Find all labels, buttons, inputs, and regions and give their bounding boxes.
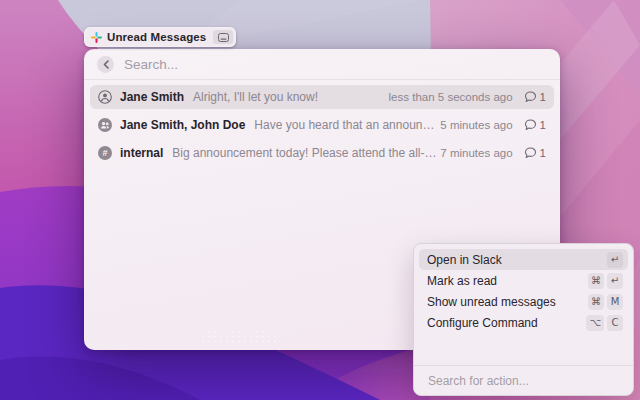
message-row[interactable]: # internal Big announcement today! Pleas… xyxy=(90,141,554,165)
actions-panel: Open in Slack ↵ Mark as read ⌘↵ Show unr… xyxy=(413,243,634,396)
action-shortcut: ⌘↵ xyxy=(588,273,623,289)
message-count: 1 xyxy=(524,147,546,159)
keyboard-icon xyxy=(218,33,229,42)
message-count: 1 xyxy=(524,91,546,103)
message-subtitle: Have you heard that an announcement is c… xyxy=(254,118,440,132)
chevron-left-icon xyxy=(103,60,109,69)
action-item[interactable]: Configure Command ⌥C xyxy=(419,312,628,333)
comment-count: 1 xyxy=(540,119,546,131)
message-timestamp: 5 minutes ago xyxy=(440,119,512,131)
action-item[interactable]: Mark as read ⌘↵ xyxy=(419,270,628,291)
message-row[interactable]: Jane Smith, John Doe Have you heard that… xyxy=(90,113,554,137)
actions-spacer xyxy=(419,333,628,365)
action-search-placeholder: Search for action... xyxy=(428,374,529,388)
keycap: C xyxy=(607,315,623,331)
action-item[interactable]: Show unread messages ⌘M xyxy=(419,291,628,312)
action-label: Open in Slack xyxy=(427,253,502,267)
raycast-dots-watermark xyxy=(200,329,276,345)
keycap: ⌘ xyxy=(588,294,604,310)
message-list: Jane Smith Alright, I'll let you know! l… xyxy=(84,80,560,169)
message-timestamp: less than 5 seconds ago xyxy=(389,91,513,103)
keycap: ⌘ xyxy=(588,273,604,289)
action-label: Mark as read xyxy=(427,274,497,288)
action-search-field[interactable]: Search for action... xyxy=(414,365,633,395)
message-title: Jane Smith xyxy=(120,90,184,104)
action-label: Show unread messages xyxy=(427,295,556,309)
message-row[interactable]: Jane Smith Alright, I'll let you know! l… xyxy=(90,85,554,109)
message-subtitle: Big announcement today! Please attend th… xyxy=(172,146,440,160)
keycap: M xyxy=(607,294,623,310)
action-shortcut: ⌥C xyxy=(586,315,623,331)
keycap: ↵ xyxy=(607,273,623,289)
message-title: internal xyxy=(120,146,163,160)
pill-command-label: Unread Messages xyxy=(107,31,206,43)
search-input[interactable]: Search... xyxy=(124,57,178,72)
message-count: 1 xyxy=(524,119,546,131)
action-label: Configure Command xyxy=(427,316,538,330)
action-shortcut: ⌘M xyxy=(588,294,623,310)
comment-bubble-icon xyxy=(524,91,537,103)
group-icon xyxy=(98,118,112,132)
comment-count: 1 xyxy=(540,91,546,103)
search-bar: Search... xyxy=(84,49,560,80)
action-item[interactable]: Open in Slack ↵ xyxy=(419,249,628,270)
back-button[interactable] xyxy=(97,56,114,73)
hotkey-badge[interactable] xyxy=(213,30,233,44)
desktop: { "menubar_pill": { "label": "Unread Mes… xyxy=(0,0,640,400)
slack-icon xyxy=(91,32,102,43)
comment-bubble-icon xyxy=(524,119,537,131)
keycap: ⌥ xyxy=(586,315,604,331)
person-icon xyxy=(98,90,112,104)
message-timestamp: 7 minutes ago xyxy=(440,147,512,159)
message-subtitle: Alright, I'll let you know! xyxy=(193,90,389,104)
action-shortcut: ↵ xyxy=(607,252,623,268)
keycap: ↵ xyxy=(607,252,623,268)
menubar-command-pill[interactable]: Unread Messages xyxy=(84,27,236,47)
message-title: Jane Smith, John Doe xyxy=(120,118,245,132)
comment-bubble-icon xyxy=(524,147,537,159)
hash-channel-icon: # xyxy=(98,146,112,160)
comment-count: 1 xyxy=(540,147,546,159)
